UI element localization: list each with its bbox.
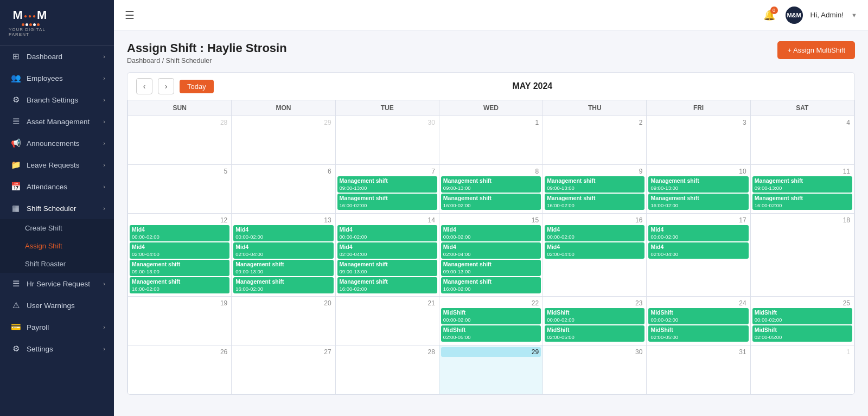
calendar-cell[interactable]: 13Mid400:00-02:00Mid402:00-04:00Manageme…: [232, 214, 335, 297]
sidebar-item-create-shift[interactable]: Create Shift: [0, 219, 114, 237]
shift-block[interactable]: Mid400:00-02:00: [233, 225, 333, 241]
shift-block[interactable]: Management shift09:00-13:00: [752, 176, 852, 193]
shift-block[interactable]: Mid400:00-02:00: [545, 225, 644, 241]
shift-block[interactable]: MidShift02:00-05:00: [648, 325, 748, 342]
calendar-cell[interactable]: 29: [439, 345, 542, 394]
sidebar-item-dashboard[interactable]: ⊞ Dashboard ›: [0, 46, 114, 67]
calendar-cell[interactable]: 8Management shift09:00-13:00Management s…: [439, 165, 542, 214]
calendar-cell[interactable]: 26: [128, 345, 232, 394]
calendar-cell[interactable]: 11Management shift09:00-13:00Management …: [750, 165, 854, 214]
user-dropdown-icon[interactable]: ▼: [851, 12, 857, 18]
sidebar-item-user-warnings[interactable]: ⚠ User Warnings: [0, 295, 114, 316]
shift-block[interactable]: Management shift09:00-13:00: [337, 260, 437, 276]
calendar-cell[interactable]: 16Mid400:00-02:00Mid402:00-04:00: [543, 214, 647, 297]
sidebar-item-hr-service[interactable]: ☰ Hr Service Request ›: [0, 273, 114, 295]
menu-toggle-button[interactable]: ☰: [125, 9, 135, 22]
shift-block[interactable]: Management shift16:00-02:00: [441, 194, 541, 210]
calendar-cell[interactable]: 18: [750, 214, 854, 297]
sidebar-item-payroll[interactable]: 💳 Payroll ›: [0, 316, 114, 338]
sidebar-item-attendances[interactable]: 📅 Attendances ›: [0, 176, 114, 197]
user-menu-button[interactable]: Hi, Admin!: [810, 11, 844, 19]
calendar-cell[interactable]: 9Management shift09:00-13:00Management s…: [543, 165, 647, 214]
shift-block[interactable]: Mid400:00-02:00: [441, 225, 541, 241]
calendar-cell[interactable]: 1: [439, 116, 542, 165]
calendar-days-row: SUN MON TUE WED THU FRI SAT: [128, 100, 854, 116]
shift-block[interactable]: MidShift02:00-05:00: [752, 325, 852, 342]
shift-block[interactable]: MidShift02:00-05:00: [545, 325, 644, 342]
calendar-cell[interactable]: 28: [335, 345, 439, 394]
sidebar-item-shift-scheduler[interactable]: ▦ Shift Scheduler ›: [0, 197, 114, 219]
shift-block[interactable]: MidShift00:00-02:00: [441, 308, 541, 324]
calendar-cell[interactable]: 29: [232, 116, 335, 165]
shift-block[interactable]: Management shift09:00-13:00: [545, 176, 644, 193]
shift-block[interactable]: Management shift09:00-13:00: [337, 176, 437, 193]
calendar-cell[interactable]: 30: [335, 116, 439, 165]
shift-block[interactable]: Management shift16:00-02:00: [545, 194, 644, 210]
shift-block[interactable]: Management shift16:00-02:00: [233, 277, 333, 293]
shift-block[interactable]: Mid402:00-04:00: [233, 242, 333, 259]
shift-block[interactable]: Mid400:00-02:00: [337, 225, 437, 241]
sidebar-item-leave-requests[interactable]: 📁 Leave Requests ›: [0, 154, 114, 176]
calendar-cell[interactable]: 20: [232, 296, 335, 345]
calendar-cell[interactable]: 14Mid400:00-02:00Mid402:00-04:00Manageme…: [335, 214, 439, 297]
shift-block[interactable]: Mid400:00-02:00: [130, 225, 229, 241]
calendar-next-button[interactable]: ›: [158, 78, 174, 94]
calendar-cell[interactable]: 24MidShift00:00-02:00MidShift02:00-05:00: [647, 296, 750, 345]
sidebar-item-announcements[interactable]: 📢 Announcements ›: [0, 132, 114, 154]
assign-multi-shift-button[interactable]: + Assign MultiShift: [777, 41, 855, 59]
shift-block[interactable]: MidShift02:00-05:00: [441, 325, 541, 342]
shift-block[interactable]: Mid402:00-04:00: [545, 242, 644, 259]
calendar-cell[interactable]: 6: [232, 165, 335, 214]
calendar-cell[interactable]: 23MidShift00:00-02:00MidShift02:00-05:00: [543, 296, 647, 345]
shift-block[interactable]: Mid402:00-04:00: [130, 242, 229, 259]
calendar-cell[interactable]: 15Mid400:00-02:00Mid402:00-04:00Manageme…: [439, 214, 542, 297]
sidebar-item-shift-roaster[interactable]: Shift Roaster: [0, 255, 114, 273]
shift-block[interactable]: Management shift09:00-13:00: [233, 260, 333, 276]
shift-block[interactable]: MidShift00:00-02:00: [752, 308, 852, 324]
calendar-cell[interactable]: 10Management shift09:00-13:00Management …: [647, 165, 750, 214]
calendar-cell[interactable]: 21: [335, 296, 439, 345]
shift-block[interactable]: Mid400:00-02:00: [648, 225, 748, 241]
calendar-cell[interactable]: 19: [128, 296, 232, 345]
shift-block[interactable]: MidShift00:00-02:00: [648, 308, 748, 324]
shift-block[interactable]: MidShift00:00-02:00: [545, 308, 644, 324]
calendar-prev-button[interactable]: ‹: [136, 78, 152, 94]
sidebar-item-settings[interactable]: ⚙ Settings ›: [0, 338, 114, 360]
calendar-cell[interactable]: 30: [543, 345, 647, 394]
calendar-table: SUN MON TUE WED THU FRI SAT 282930123456…: [127, 100, 854, 394]
shift-block[interactable]: Mid402:00-04:00: [337, 242, 437, 259]
calendar-cell[interactable]: 4: [750, 116, 854, 165]
calendar-cell[interactable]: 27: [232, 345, 335, 394]
sidebar-item-branch-settings[interactable]: ⚙ Branch Settings ›: [0, 89, 114, 111]
shift-block[interactable]: Management shift16:00-02:00: [441, 277, 541, 293]
shift-block[interactable]: Management shift16:00-02:00: [337, 194, 437, 210]
shift-block[interactable]: Management shift16:00-02:00: [337, 277, 437, 293]
shift-block[interactable]: Management shift09:00-13:00: [441, 176, 541, 193]
shift-block[interactable]: Management shift16:00-02:00: [752, 194, 852, 210]
shift-block[interactable]: Management shift16:00-02:00: [130, 277, 229, 293]
calendar-cell[interactable]: 25MidShift00:00-02:00MidShift02:00-05:00: [750, 296, 854, 345]
calendar-cell[interactable]: 5: [128, 165, 232, 214]
shift-block[interactable]: Mid402:00-04:00: [441, 242, 541, 259]
sidebar-item-employees[interactable]: 👥 Employees ›: [0, 67, 114, 89]
shift-block[interactable]: Mid402:00-04:00: [648, 242, 748, 259]
calendar-today-button[interactable]: Today: [180, 80, 214, 93]
sidebar-item-asset-management[interactable]: ☰ Asset Management ›: [0, 111, 114, 132]
calendar-cell[interactable]: 28: [128, 116, 232, 165]
shift-block[interactable]: Management shift09:00-13:00: [648, 176, 748, 193]
sidebar-item-assign-shift[interactable]: Assign Shift: [0, 237, 114, 255]
calendar-cell[interactable]: 2: [543, 116, 647, 165]
calendar-cell[interactable]: 22MidShift00:00-02:00MidShift02:00-05:00: [439, 296, 542, 345]
calendar-cell[interactable]: 3: [647, 116, 750, 165]
shift-block[interactable]: Management shift09:00-13:00: [130, 260, 229, 276]
breadcrumb-home[interactable]: Dashboard: [127, 57, 160, 65]
calendar-cell[interactable]: 17Mid400:00-02:00Mid402:00-04:00: [647, 214, 750, 297]
calendar-cell[interactable]: 31: [647, 345, 750, 394]
shift-block[interactable]: Management shift16:00-02:00: [648, 194, 748, 210]
notification-button[interactable]: 🔔 0: [761, 7, 778, 24]
shift-block[interactable]: Management shift09:00-13:00: [441, 260, 541, 276]
calendar-cell[interactable]: 7Management shift09:00-13:00Management s…: [335, 165, 439, 214]
calendar-cell[interactable]: 12Mid400:00-02:00Mid402:00-04:00Manageme…: [128, 214, 232, 297]
calendar-cell[interactable]: 1: [750, 345, 854, 394]
day-number: 29: [233, 118, 333, 127]
